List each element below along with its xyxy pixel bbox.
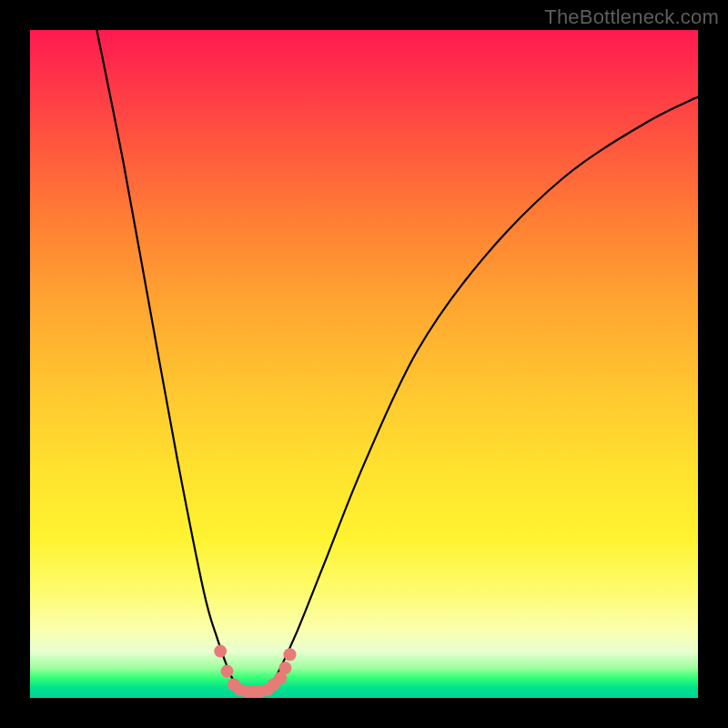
- chart-frame: TheBottleneck.com: [0, 0, 728, 728]
- trough-markers-group: [214, 645, 296, 698]
- trough-marker: [214, 645, 227, 658]
- curve-svg: [30, 30, 698, 698]
- watermark-text: TheBottleneck.com: [544, 5, 719, 29]
- plot-area: [30, 30, 698, 698]
- trough-marker: [221, 665, 234, 678]
- trough-marker: [278, 662, 291, 674]
- bottleneck-curve-path: [96, 30, 698, 692]
- trough-marker: [284, 648, 297, 661]
